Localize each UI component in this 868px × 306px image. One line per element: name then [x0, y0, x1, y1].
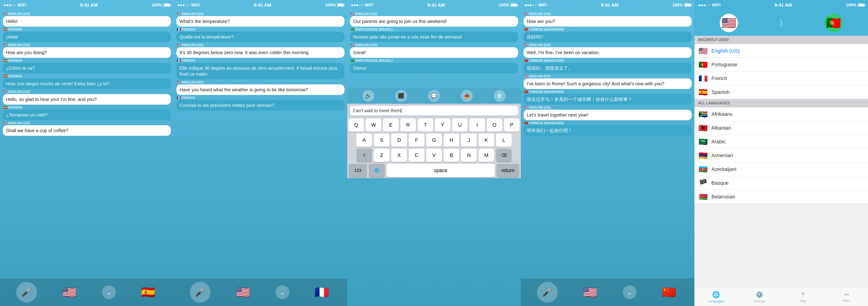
key-p[interactable]: P — [504, 118, 520, 132]
flag-french: 🇫🇷 — [698, 73, 708, 83]
comment-button[interactable]: 💬 — [428, 90, 440, 102]
key-c[interactable]: C — [409, 149, 424, 162]
flag-button-es-1[interactable]: 🇪🇸 — [139, 283, 157, 301]
key-e[interactable]: E — [383, 118, 398, 132]
swap-arrow[interactable]: ⟩ — [780, 18, 783, 28]
message-block: 🇺🇸 ENGLISH (US) Hello, so glad to hear y… — [3, 90, 171, 105]
lang-label: 🇨🇳 CHINESE (MANDARIN) — [524, 28, 692, 31]
key-l[interactable]: L — [496, 134, 512, 147]
key-y[interactable]: Y — [435, 118, 450, 132]
flag: 🇺🇸 — [524, 43, 528, 47]
lang-label: 🇺🇸 ENGLISH (US) — [176, 12, 344, 15]
settings-nav-icon: ⚙️ — [755, 291, 764, 299]
status-bar-4: ●●●○○ WiFi 9:41 AM 100% — [521, 0, 694, 10]
key-k[interactable]: K — [478, 134, 494, 147]
nav-item-more[interactable]: ••• More — [825, 292, 868, 302]
lang-text: SPANISH — [8, 105, 22, 109]
lang-item-armenian[interactable]: 🇦🇲 Armenian — [694, 149, 868, 162]
key-z[interactable]: Z — [374, 149, 390, 162]
lang-label: 🇧🇷 PORTUGUESE (BRAZIL) — [350, 59, 518, 62]
bottom-nav: 🌐 Languages ⚙️ Settings ? Help ••• More — [694, 287, 868, 306]
message-block: 🇺🇸 ENGLISH (US) Hello! — [3, 12, 171, 27]
lang-item-afrikaans[interactable]: 🇿🇦 Afrikaans — [694, 107, 868, 121]
flag-english-us: 🇺🇸 — [698, 46, 708, 56]
lang-item-portuguese[interactable]: 🇵🇹 Portuguese — [694, 58, 868, 72]
key-u[interactable]: U — [452, 118, 467, 132]
flashcard-button[interactable]: ⬛ — [395, 90, 407, 102]
action-icons-row: 🔊 ⬛ 💬 📤 🗑 — [347, 88, 521, 104]
swap-button-4[interactable]: ⌄ — [623, 285, 637, 299]
flag-button-us-2[interactable]: 🇺🇸 — [234, 283, 252, 301]
flag-spanish: 🇪🇸 — [698, 87, 708, 97]
key-f[interactable]: F — [409, 134, 424, 147]
key-space[interactable]: space — [387, 164, 495, 177]
key-g[interactable]: G — [426, 134, 442, 147]
key-shift[interactable]: ⇧ — [356, 149, 372, 162]
help-nav-icon: ? — [801, 291, 805, 298]
status-bar-2: ●●●○○ WiFi 9:41 AM 100% — [174, 0, 347, 10]
status-left-5: ●●●○○ WiFi — [698, 3, 720, 7]
flag-button-fr-2[interactable]: 🇫🇷 — [312, 283, 331, 301]
flag: 🇺🇸 — [350, 43, 354, 47]
key-o[interactable]: O — [487, 118, 502, 132]
key-h[interactable]: H — [444, 134, 459, 147]
lang-item-albanian[interactable]: 🇦🇱 Albanian — [694, 121, 868, 135]
key-n[interactable]: N — [461, 149, 477, 162]
key-j[interactable]: J — [461, 134, 477, 147]
keyboard-row-1: Q W E R T Y U I O P — [347, 117, 521, 133]
share-button[interactable]: 📤 — [461, 90, 473, 102]
key-m[interactable]: M — [478, 149, 494, 162]
nav-item-help[interactable]: ? Help — [781, 291, 825, 303]
bubble: Let's travel together next year! — [524, 110, 692, 120]
lang-item-english-us[interactable]: 🇺🇸 English (US) — [694, 44, 868, 58]
flag-button-cn-4[interactable]: 🇨🇳 — [660, 283, 678, 301]
lang-text: ENGLISH (US) — [529, 43, 551, 47]
key-t[interactable]: T — [418, 118, 433, 132]
key-x[interactable]: X — [391, 149, 407, 162]
swap-button-2[interactable]: ⌄ — [276, 285, 289, 299]
key-i[interactable]: I — [469, 118, 485, 132]
flag-button-us-1[interactable]: 🇺🇸 — [60, 283, 79, 301]
key-v[interactable]: V — [426, 149, 442, 162]
key-backspace[interactable]: ⌫ — [496, 149, 512, 162]
key-q[interactable]: Q — [348, 118, 364, 132]
swap-button-1[interactable]: ⌄ — [102, 285, 116, 299]
nav-item-languages[interactable]: 🌐 Languages — [694, 291, 738, 303]
lang-name-azerbaijani: Azerbaijani — [711, 166, 737, 172]
speaker-button[interactable]: 🔊 — [362, 90, 374, 102]
status-left-3: ●●●○○ WiFi — [351, 3, 373, 7]
time-4: 9:41 AM — [601, 2, 618, 8]
key-123[interactable]: 123 — [348, 164, 367, 177]
trash-button[interactable]: 🗑 — [494, 90, 506, 102]
key-b[interactable]: B — [444, 149, 459, 162]
wifi-icon-4: WiFi — [538, 3, 547, 7]
mic-button-left-1[interactable]: 🎤 — [16, 282, 37, 303]
selected-flag-pt[interactable]: 🇵🇹 — [825, 14, 843, 32]
lang-text: ENGLISH (US) — [529, 12, 551, 15]
key-s[interactable]: S — [374, 134, 390, 147]
flag: 🇺🇸 — [177, 12, 181, 15]
lang-item-azerbaijani[interactable]: 🇦🇿 Azerbaijani — [694, 162, 868, 176]
mic-button-left-4[interactable]: 🎤 — [537, 282, 558, 303]
key-a[interactable]: A — [356, 134, 372, 147]
key-w[interactable]: W — [366, 118, 381, 132]
nav-item-settings[interactable]: ⚙️ Settings — [738, 291, 781, 303]
key-globe[interactable]: 🌐 — [369, 164, 385, 177]
selected-flag-us[interactable]: 🇺🇸 — [720, 14, 738, 32]
bubble: 明年我们一起旅行吧！ — [524, 125, 692, 136]
lang-label: 🇺🇸 ENGLISH (US) — [524, 12, 692, 15]
key-return[interactable]: return — [496, 164, 520, 177]
mic-button-left-2[interactable]: 🎤 — [190, 282, 211, 303]
lang-item-french[interactable]: 🇫🇷 French — [694, 72, 868, 85]
lang-item-arabic[interactable]: 🇸🇦 Arabic — [694, 135, 868, 149]
flag-button-us-4[interactable]: 🇺🇸 — [581, 283, 599, 301]
lang-item-spanish[interactable]: 🇪🇸 Spanish — [694, 85, 868, 99]
key-r[interactable]: R — [401, 118, 416, 132]
battery-label-3: 100% — [499, 3, 509, 7]
text-input[interactable]: Can't wait to meet them — [350, 106, 518, 115]
key-d[interactable]: D — [391, 134, 407, 147]
message-block: 🇫🇷 FRENCH Quelle est la température? — [176, 28, 344, 42]
signal-icon-4: ●●●○○ — [525, 3, 537, 7]
lang-item-belarusian[interactable]: 🇧🇾 Belarusian — [694, 190, 868, 204]
lang-item-basque[interactable]: 🏴 Basque — [694, 176, 868, 190]
